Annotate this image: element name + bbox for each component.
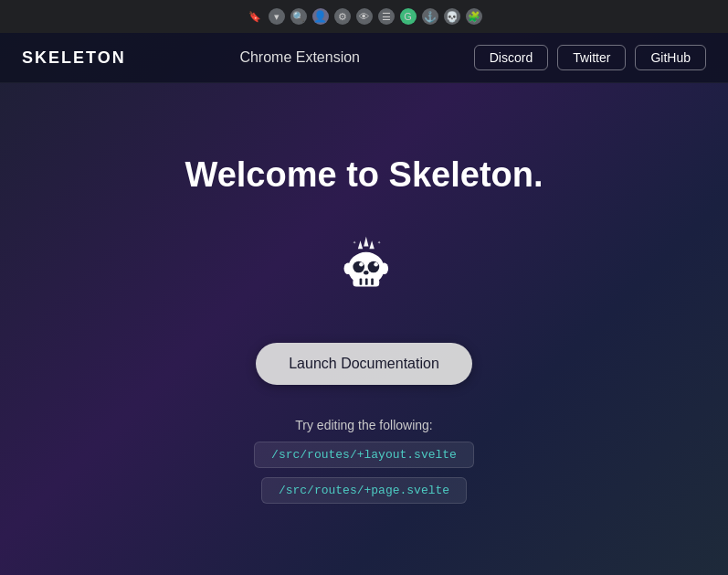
code-file-1[interactable]: /src/routes/+layout.svelte xyxy=(254,442,474,468)
app-container: SKELETON Chrome Extension Discord Twitte… xyxy=(0,33,728,575)
code-file-2[interactable]: /src/routes/+page.svelte xyxy=(261,477,467,504)
profile-icon[interactable]: 👤 xyxy=(312,8,329,25)
svg-text:✦: ✦ xyxy=(377,239,381,244)
browser-toolbar: 🔖 ▾ 🔍 👤 ⚙ 👁 ☰ G ⚓ 💀 🧩 xyxy=(7,8,721,25)
brand-title: SKELETON xyxy=(22,48,126,68)
welcome-title: Welcome to Skeleton. xyxy=(185,155,543,195)
svg-rect-13 xyxy=(364,278,367,284)
launch-documentation-button[interactable]: Launch Documentation xyxy=(256,343,472,385)
svg-point-15 xyxy=(343,262,352,274)
puzzle-icon[interactable]: 🧩 xyxy=(466,8,482,25)
ext2-icon[interactable]: ☰ xyxy=(378,8,395,25)
svg-point-10 xyxy=(364,271,368,275)
dropdown-icon[interactable]: ▾ xyxy=(269,8,285,25)
discord-button[interactable]: Discord xyxy=(474,45,548,70)
browser-bar: 🔖 ▾ 🔍 👤 ⚙ 👁 ☰ G ⚓ 💀 🧩 xyxy=(0,0,728,33)
svg-point-7 xyxy=(367,261,379,272)
navbar: SKELETON Chrome Extension Discord Twitte… xyxy=(0,33,728,83)
skull-logo-container: ✦ ✦ xyxy=(314,217,415,317)
settings-icon[interactable]: ⚙ xyxy=(334,8,351,25)
svg-point-6 xyxy=(353,261,364,272)
svg-point-8 xyxy=(359,262,364,267)
svg-text:✦: ✦ xyxy=(352,239,355,244)
anchor-icon[interactable]: ⚓ xyxy=(422,8,438,25)
github-button[interactable]: GitHub xyxy=(635,45,706,70)
bookmark-icon[interactable]: 🔖 xyxy=(247,8,263,25)
svg-point-16 xyxy=(380,262,388,274)
twitter-button[interactable]: Twitter xyxy=(557,45,626,70)
skull-icon: ✦ ✦ xyxy=(323,226,406,308)
navbar-center: Chrome Extension xyxy=(126,49,474,66)
main-content: Welcome to Skeleton. ✦ ✦ xyxy=(0,83,728,575)
try-editing-label: Try editing the following: xyxy=(295,418,432,432)
svg-marker-1 xyxy=(364,236,368,246)
ext4-icon[interactable]: 💀 xyxy=(444,8,460,25)
search-icon[interactable]: 🔍 xyxy=(290,8,307,25)
ext1-icon[interactable]: 👁 xyxy=(356,8,373,25)
navbar-page-title: Chrome Extension xyxy=(239,49,360,66)
try-editing-section: Try editing the following: /src/routes/+… xyxy=(254,418,474,504)
svg-rect-14 xyxy=(371,278,374,284)
navbar-actions: Discord Twitter GitHub xyxy=(474,45,706,70)
ext3-icon[interactable]: G xyxy=(400,8,417,25)
svg-marker-2 xyxy=(369,240,374,249)
svg-marker-0 xyxy=(357,240,362,249)
svg-point-9 xyxy=(374,262,378,267)
svg-rect-12 xyxy=(359,278,362,284)
